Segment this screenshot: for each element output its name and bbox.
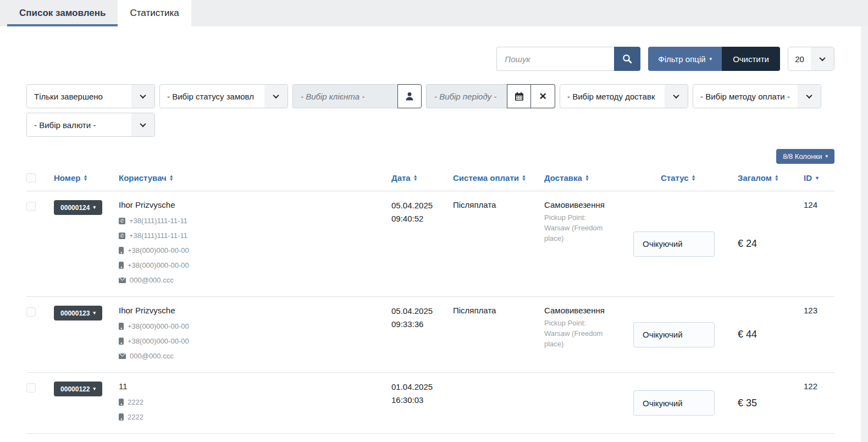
table-body: 00000124 ▾ Ihor Prizvysche +38(111)111-1… [26,191,834,442]
payment-method-filter-select[interactable]: - Вибір методу оплати - [693,84,821,108]
filters-row-1: Тільки завершено - Вибір статусу замовл … [26,84,834,108]
period-filter-group: - Вибір періоду - ✕ [426,84,555,108]
contact-text: +38(111)111-11-11 [129,217,187,225]
filter-options-label: Фільтр опцій [658,54,705,64]
payment-system [453,382,544,424]
clear-button[interactable]: Очистити [722,47,780,71]
caret-down-icon: ▾ [93,205,96,210]
contact-line: +38(000)000-00-00 [119,334,391,349]
page-size-select[interactable]: 20 [788,47,834,71]
search-input[interactable] [496,47,614,71]
contact-line: 000@000.ccc [119,273,391,288]
filter-button-group: Фільтр опцій ▾ Очистити [648,47,780,71]
order-status-filter-select[interactable]: - Вибір статусу замовл [159,84,288,108]
time-value: 09:40:52 [391,213,453,224]
select-all-checkbox[interactable] [26,173,36,183]
contact-text: +38(000)000-00-00 [128,246,189,255]
contact-text: 000@000.ccc [130,352,174,360]
header-payment[interactable]: Система оплати ▲▼ [453,173,544,183]
chevron-down-icon [131,85,154,108]
calendar-button[interactable] [507,84,531,108]
sort-icon: ▲▼ [775,175,779,181]
contact-text: +38(111)111-11-11 [129,231,187,240]
period-filter-input[interactable]: - Вибір періоду - [426,84,507,108]
search-icon [622,54,632,64]
completed-filter-select[interactable]: Тільки завершено [26,84,155,108]
chevron-down-icon [811,47,834,70]
orders-panel: Фільтр опцій ▾ Очистити 20 Тільки заверш… [0,26,861,442]
columns-toggle-button[interactable]: 8/8 Колонки ▾ [776,149,834,164]
order-total: € 44 [738,329,804,340]
contact-text: +38(000)000-00-00 [128,337,189,345]
mobile-icon [119,323,124,330]
header-date[interactable]: Дата ▲▼ [391,173,453,183]
user-name: Ihor Prizvysche [119,200,391,209]
order-number-button[interactable]: 00000122 ▾ [54,382,102,396]
sort-icon: ▲▼ [585,175,589,181]
delivery-method-filter-value: - Вибір методу доставк [560,85,665,108]
header-number[interactable]: Номер ▲▼ [54,173,119,183]
contact-text: 2222 [128,413,143,421]
contact-line: +38(000)000-00-00 [119,243,391,258]
chevron-down-icon [131,113,154,136]
sort-icon: ▲▼ [692,175,696,181]
phone-square-icon [119,218,125,224]
header-id[interactable]: ID ▼ [804,173,834,183]
contact-line: +38(111)111-11-11 [119,213,391,228]
header-status[interactable]: Статус ▲▼ [633,173,738,183]
tab-statistics[interactable]: Статистика [118,0,191,26]
time-value: 16:30:03 [391,395,453,406]
status-button[interactable]: Очікуючий [633,231,715,257]
mobile-icon [119,262,124,269]
contact-text: 000@000.ccc [130,276,174,284]
table-row: 00000124 ▾ Ihor Prizvysche +38(111)111-1… [26,191,834,296]
delivery-note: Pickup Point: Warsaw (Freedom place) [544,212,610,244]
mobile-icon [119,247,124,254]
order-number-label: 00000123 [60,310,90,317]
close-icon: ✕ [539,91,546,102]
select-client-button[interactable] [397,84,422,108]
status-button[interactable]: Очікуючий [633,322,715,347]
contact-line: +38(111)111-11-11 [119,228,391,243]
currency-filter-value: - Вибір валюти - [27,113,131,136]
header-user[interactable]: Користувач ▲▼ [119,173,391,183]
tab-order-list[interactable]: Список замовлень [7,0,118,26]
date-value: 01.04.2025 [391,382,453,393]
row-checkbox[interactable] [26,383,36,393]
search-button[interactable] [614,47,640,71]
chevron-down-icon [665,85,688,108]
caret-down-icon: ▾ [93,311,96,316]
columns-row: 8/8 Колонки ▾ [26,149,834,164]
row-checkbox[interactable] [26,307,36,317]
mobile-icon [119,399,124,406]
clear-period-button[interactable]: ✕ [531,84,555,108]
table-row: 00000122 ▾ 11 22222222 01.04.2025 16:30:… [26,372,834,433]
filter-options-button[interactable]: Фільтр опцій ▾ [648,47,722,71]
order-number-button[interactable]: 00000124 ▾ [54,200,102,215]
date-value: 05.04.2025 [391,200,453,211]
contact-list: 22222222 [119,395,391,424]
table-row: 00000123 ▾ Ihor Prizvysche +38(000)000-0… [26,296,834,372]
currency-filter-select[interactable]: - Вибір валюти - [26,113,155,137]
order-id: 124 [804,200,834,288]
contact-text: +38(000)000-00-00 [128,261,189,269]
row-checkbox[interactable] [26,202,36,211]
sort-icon: ▲▼ [169,175,174,181]
header-total[interactable]: Загалом ▲▼ [738,173,804,183]
payment-system: Післяплата [453,200,544,288]
header-delivery[interactable]: Доставка ▲▼ [544,173,633,183]
order-number-button[interactable]: 00000123 ▾ [54,306,102,321]
caret-down-icon: ▾ [825,154,828,159]
client-filter-input[interactable]: - Вибір клієнта - [292,84,397,108]
status-button[interactable]: Очікуючий [633,390,715,416]
order-id: 123 [804,306,834,363]
sort-icon: ▲▼ [522,175,526,181]
delivery-method: Самовивезення [544,200,633,209]
completed-filter-value: Тільки завершено [27,85,131,108]
page-size-value: 20 [788,47,811,70]
contact-line: 2222 [119,395,391,410]
delivery-method-filter-select[interactable]: - Вибір методу доставк [560,84,688,108]
contact-text: +38(000)000-00-00 [128,322,189,330]
date-value: 05.04.2025 [391,306,453,317]
order-status-filter-value: - Вибір статусу замовл [160,85,264,108]
